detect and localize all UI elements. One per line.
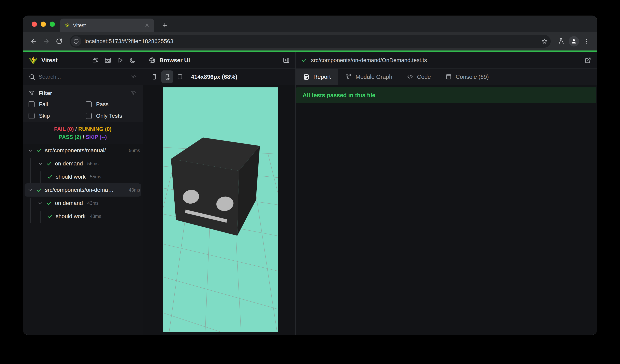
tree-row-suite[interactable]: on demand 43ms: [23, 197, 143, 210]
device-phone-icon[interactable]: [149, 71, 160, 83]
forward-arrow-icon[interactable]: [41, 36, 52, 47]
filter-checkbox-fail[interactable]: Fail: [29, 100, 86, 109]
reload-icon[interactable]: [54, 36, 64, 47]
filter-funnel-icon: [29, 90, 35, 96]
run-all-icon[interactable]: [116, 56, 125, 65]
device-phone-new-icon[interactable]: [161, 71, 173, 83]
tree-row-file[interactable]: src/components/manual/… 56ms: [23, 144, 143, 157]
search-input[interactable]: Search...: [39, 74, 131, 80]
pass-check-icon: [47, 174, 53, 180]
tree-row-file-selected[interactable]: src/components/on-dema… 43ms: [25, 183, 141, 197]
checkbox-icon[interactable]: [86, 101, 92, 107]
app-title: Vitest: [41, 57, 88, 64]
tab-console[interactable]: Console (69): [438, 69, 496, 85]
chevron-down-icon[interactable]: [37, 200, 43, 206]
tab-report[interactable]: Report: [296, 69, 338, 85]
indent-guide: [40, 171, 41, 183]
clear-search-filter-icon[interactable]: [131, 74, 137, 80]
device-tablet-icon[interactable]: [174, 71, 186, 83]
collapse-windows-icon[interactable]: [91, 56, 100, 65]
search-row[interactable]: Search...: [23, 69, 143, 85]
sidebar-header: Vitest: [23, 52, 143, 69]
all-tests-passed-banner: All tests passed in this file: [296, 87, 596, 103]
test-progress-bar: [23, 50, 597, 52]
search-icon: [29, 73, 35, 80]
filter-checkbox-skip[interactable]: Skip: [29, 112, 86, 120]
file-path: src/components/on-demand/OnDemand.test.t…: [311, 57, 581, 63]
browser-tab[interactable]: Vitest: [60, 19, 154, 32]
browser-window: Vitest: [23, 15, 597, 335]
pass-check-icon: [301, 57, 307, 63]
tree-row-test[interactable]: should work 55ms: [23, 170, 143, 183]
chevron-down-icon[interactable]: [27, 147, 33, 153]
chevron-down-icon[interactable]: [27, 187, 33, 193]
divider: [114, 129, 143, 129]
console-terminal-icon: [445, 73, 452, 80]
tree-row-test[interactable]: should work 43ms: [23, 210, 143, 223]
details-tabbar: Report Module Graph: [296, 69, 597, 85]
sidebar-actions: [91, 56, 137, 65]
preview-header: Browser UI: [143, 52, 295, 69]
clear-filter-icon[interactable]: [131, 90, 137, 96]
summary-line-2: PASS (2) / SKIP (--): [23, 134, 143, 140]
dark-mode-moon-icon[interactable]: [128, 56, 137, 65]
details-panel: src/components/on-demand/OnDemand.test.t…: [296, 52, 597, 335]
dashboard-icon[interactable]: [104, 56, 112, 65]
pass-check-icon: [46, 161, 52, 167]
tab-title: Vitest: [73, 22, 141, 29]
filter-checkbox-pass[interactable]: Pass: [86, 100, 137, 109]
pass-check-icon: [36, 187, 42, 193]
browser-toolbar: localhost:5173/#/?file=1828625563: [23, 32, 597, 50]
dock-panel-right-icon[interactable]: [283, 57, 290, 64]
tab-module-graph[interactable]: Module Graph: [338, 69, 400, 85]
filter-panel: Filter Fail Pass: [23, 85, 143, 122]
indent-guide: [30, 158, 31, 183]
tab-code[interactable]: Code: [400, 69, 438, 85]
divider: [23, 129, 51, 129]
traffic-lights: [32, 22, 55, 27]
minimize-window-button[interactable]: [41, 22, 46, 27]
module-graph-icon: [345, 73, 352, 80]
threejs-cube-scene: [163, 87, 278, 332]
checkbox-icon[interactable]: [29, 101, 34, 107]
checkbox-icon[interactable]: [29, 113, 34, 119]
filter-options: Fail Pass Skip Only Tests: [29, 100, 137, 120]
external-link-icon[interactable]: [584, 57, 591, 64]
experiments-flask-icon[interactable]: [556, 36, 567, 47]
vitest-ui: Vitest: [23, 52, 597, 335]
menu-kebab-icon[interactable]: [581, 36, 592, 47]
preview-title: Browser UI: [159, 57, 279, 64]
tab-strip: Vitest: [23, 16, 597, 32]
viewport-size-label: 414x896px (68%): [191, 74, 237, 80]
device-toolbar: 414x896px (68%): [143, 69, 295, 85]
bookmark-star-icon[interactable]: [541, 38, 548, 45]
summary-line-1: FAIL (0) / RUNNING (0): [51, 126, 114, 132]
browser-preview-panel: Browser UI: [143, 52, 296, 335]
checkbox-icon[interactable]: [86, 113, 92, 119]
filter-title: Filter: [39, 90, 127, 96]
new-tab-button[interactable]: [160, 20, 170, 30]
preview-body: [143, 85, 295, 335]
file-header: src/components/on-demand/OnDemand.test.t…: [296, 52, 597, 69]
profile-avatar[interactable]: [569, 36, 579, 46]
site-info-icon[interactable]: [71, 36, 81, 46]
filter-checkbox-only-tests[interactable]: Only Tests: [86, 112, 137, 120]
sidebar: Vitest: [23, 52, 143, 335]
back-arrow-icon[interactable]: [28, 36, 39, 47]
address-bar[interactable]: localhost:5173/#/?file=1828625563: [70, 35, 551, 48]
globe-icon: [149, 57, 156, 64]
pass-check-icon: [47, 213, 53, 219]
report-clipboard-icon: [303, 73, 310, 80]
close-tab-icon[interactable]: [144, 23, 150, 28]
tested-app-iframe[interactable]: [163, 87, 278, 332]
report-body: All tests passed in this file: [296, 85, 597, 335]
zoom-window-button[interactable]: [50, 22, 55, 27]
code-brackets-icon: [407, 73, 414, 80]
vitest-favicon-icon: [64, 23, 70, 28]
indent-guide: [40, 211, 41, 223]
chevron-down-icon[interactable]: [37, 161, 43, 167]
close-window-button[interactable]: [32, 22, 37, 27]
test-tree: src/components/manual/… 56ms on demand 5…: [23, 144, 143, 335]
tree-row-suite[interactable]: on demand 56ms: [23, 157, 143, 170]
pass-check-icon: [36, 147, 42, 153]
